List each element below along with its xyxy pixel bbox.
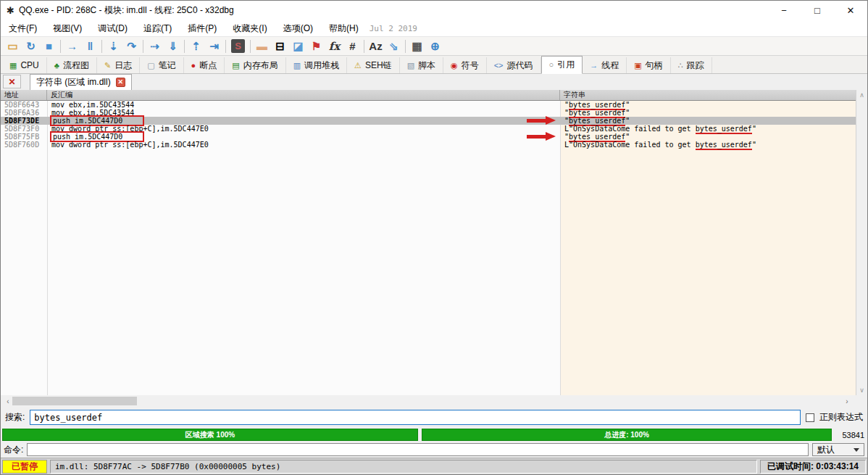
tab-trace[interactable]: ∴跟踪 [671, 57, 712, 73]
menu-item-0[interactable]: 文件(F) [1, 20, 45, 36]
tab-graph[interactable]: ♣流程图 [47, 57, 97, 73]
hash-icon[interactable]: # [343, 38, 362, 54]
column-header-string[interactable]: 字符串 [560, 90, 856, 100]
subtab-close-icon[interactable]: ✕ [116, 78, 125, 87]
toolbar-separator [405, 40, 406, 53]
menu-item-3[interactable]: 追踪(T) [135, 20, 180, 36]
command-profile-dropdown[interactable]: 默认 [812, 443, 864, 456]
row-disassembly: push im.5DC447D0 [47, 133, 560, 141]
column-header-disassembly[interactable]: 反汇编 [47, 90, 560, 100]
tab-log[interactable]: ✎日志 [97, 57, 140, 73]
open-file-icon[interactable]: ▭ [4, 38, 22, 54]
close-button[interactable]: ✕ [834, 1, 867, 20]
tab-script[interactable]: ▧脚本 [400, 57, 443, 73]
table-row[interactable]: 5D8F73F0mov dword ptr ss:[ebp+C],im.5DC4… [1, 125, 856, 133]
menu-item-5[interactable]: 收藏夹(I) [225, 20, 275, 36]
tab-memory-map[interactable]: ▤内存布局 [225, 57, 285, 73]
scylla-icon[interactable]: S [231, 39, 245, 53]
search-input[interactable] [30, 410, 801, 425]
toolbar-separator [225, 40, 226, 53]
call-stack-icon: ▥ [293, 62, 301, 70]
subtab-strings-im-dll[interactable]: 字符串 (区域 im.dll) ✕ [30, 74, 132, 90]
maximize-button[interactable]: □ [801, 1, 834, 20]
run-to-cursor-icon[interactable]: ⇢ [146, 38, 164, 54]
minimize-button[interactable]: − [767, 1, 801, 20]
table-row[interactable]: 5D8F73DEpush im.5DC447D0"bytes_userdef" [1, 117, 856, 125]
step-over-icon[interactable]: ↷ [122, 38, 141, 54]
reference-subtab-bar: ✕ 字符串 (区域 im.dll) ✕ [1, 74, 867, 90]
table-row[interactable]: 5D8F75FBpush im.5DC447D0"bytes_userdef" [1, 133, 856, 141]
references-table: 地址 反汇编 字符串 5D8F6643mov ebx,im.5DC43544"b… [1, 90, 867, 395]
functions-icon[interactable]: fx [325, 38, 343, 54]
tab-symbols[interactable]: ◉符号 [443, 57, 487, 73]
step-into-icon[interactable]: ⇣ [104, 38, 122, 54]
tab-source[interactable]: <>源代码 [487, 57, 541, 73]
string-text: L"OnSysDataCome failed to get [564, 125, 696, 133]
execute-till-return-icon[interactable]: ⇓ [164, 38, 182, 54]
tab-label-memory-map: 内存布局 [243, 59, 278, 72]
string-text: " [625, 109, 630, 117]
paused-status-badge: 已暂停 [2, 460, 47, 474]
tab-notes[interactable]: ▢笔记 [140, 57, 183, 73]
text-encoding-icon[interactable]: Az [367, 38, 385, 54]
row-address: 5D8F760D [1, 141, 47, 149]
tab-seh[interactable]: ⚠SEH链 [347, 57, 400, 73]
close-all-tabs-button[interactable]: ✕ [3, 75, 21, 88]
table-row[interactable]: 5D8F6643mov ebx,im.5DC43544"bytes_userde… [1, 101, 856, 109]
table-row[interactable]: 5D8F760Dmov dword ptr ss:[ebp+C],im.5DC4… [1, 141, 856, 149]
tab-cpu[interactable]: ▦CPU [2, 57, 47, 73]
x32dbg-window: ✱ QQ.exe - PID: 268C - 模块: im.dll - 线程: … [0, 0, 868, 475]
tab-call-stack[interactable]: ▥调用堆栈 [286, 57, 347, 73]
step-out-icon[interactable]: ⇡ [187, 38, 205, 54]
horizontal-scroll-thumb[interactable] [12, 397, 137, 405]
subtab-label: 字符串 (区域 im.dll) [36, 76, 111, 88]
labels-icon[interactable]: ◪ [289, 38, 307, 54]
restart-icon[interactable]: ↻ [22, 38, 40, 54]
regex-checkbox[interactable] [806, 413, 814, 422]
bookmarks-icon[interactable]: ⚑ [307, 38, 325, 54]
main-tab-bar: ▦CPU♣流程图✎日志▢笔记●断点▤内存布局▥调用堆栈⚠SEH链▧脚本◉符号<>… [1, 56, 867, 74]
dropdown-value: 默认 [817, 444, 835, 456]
comments-icon[interactable]: ⊟ [271, 38, 289, 54]
calculator-icon[interactable]: ▦ [408, 38, 426, 54]
horizontal-scrollbar[interactable]: ‹ › [1, 395, 867, 407]
patches-icon[interactable]: ▬ [253, 38, 271, 54]
scroll-down-icon[interactable]: ∨ [859, 387, 864, 394]
row-disassembly: mov dword ptr ss:[ebp+C],im.5DC447E0 [47, 141, 560, 149]
run-to-user-code-icon[interactable]: ⇥ [205, 38, 223, 54]
tab-label-script: 脚本 [418, 59, 435, 72]
vertical-scrollbar[interactable]: ∧ ∨ [856, 90, 867, 395]
menu-item-4[interactable]: 插件(P) [180, 20, 225, 36]
tab-threads[interactable]: →线程 [583, 57, 627, 73]
toolbar-separator [101, 40, 102, 53]
command-input[interactable] [27, 443, 809, 456]
menu-item-7[interactable]: 帮助(H) [321, 20, 367, 36]
row-string: "bytes_userdef" [560, 101, 856, 109]
tab-handles[interactable]: ▣句柄 [627, 57, 670, 73]
row-disassembly: mov ebx,im.5DC43544 [47, 109, 560, 117]
row-string: L"OnSysDataCome failed to get bytes_user… [560, 141, 856, 149]
row-address: 5D8F73DE [1, 117, 47, 125]
notes-icon: ▢ [147, 62, 154, 70]
table-row[interactable]: 5D8F6A36mov ebx,im.5DC43544"bytes_userde… [1, 109, 856, 117]
string-text: " [625, 117, 630, 125]
menu-item-2[interactable]: 调试(D) [90, 20, 135, 36]
pause-icon[interactable]: ‖ [81, 38, 99, 54]
world-icon[interactable]: ⊕ [426, 38, 444, 54]
scroll-up-icon[interactable]: ∧ [859, 91, 864, 99]
string-text: " [752, 141, 756, 149]
menu-item-6[interactable]: 选项(O) [275, 20, 321, 36]
tab-references[interactable]: ○引用 [541, 56, 583, 74]
menu-item-1[interactable]: 视图(V) [45, 20, 90, 36]
run-icon[interactable]: → [63, 38, 81, 54]
row-address: 5D8F75FB [1, 133, 47, 141]
column-header-address[interactable]: 地址 [1, 90, 47, 100]
annotation-arrow-icon [527, 133, 556, 141]
bug-icon: ✱ [7, 5, 14, 16]
attach-icon[interactable]: ⇘ [385, 38, 403, 54]
scroll-right-icon[interactable]: › [841, 395, 853, 407]
tab-breakpoints[interactable]: ●断点 [184, 57, 225, 73]
tab-label-threads: 线程 [601, 59, 619, 72]
stop-icon[interactable]: ■ [40, 38, 58, 54]
search-row: 搜索: 正则表达式 [1, 407, 867, 428]
